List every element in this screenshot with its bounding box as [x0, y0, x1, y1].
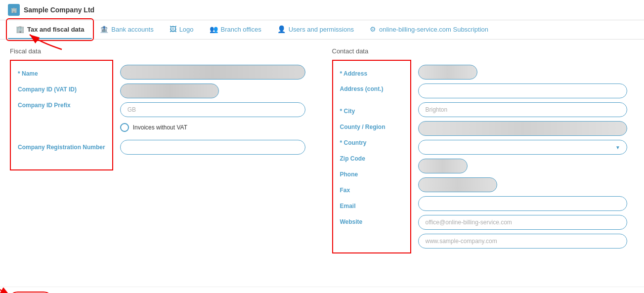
label-company-reg: Company Registration Number	[18, 138, 105, 165]
tab-tax-label: Tax and fiscal data	[27, 26, 84, 33]
label-invoices-vat	[18, 113, 105, 138]
company-name: Sample Company Ltd	[24, 6, 94, 14]
main-content: Fiscal data * Name Company ID (VAT ID) C…	[0, 40, 644, 287]
tab-users[interactable]: 👤 Users and permissions	[269, 20, 362, 39]
company-reg-input[interactable]	[120, 140, 305, 155]
invoices-vat-row: Invoices without VAT	[120, 121, 305, 134]
label-city: * City	[340, 103, 403, 119]
label-company-id: Company ID (VAT ID)	[18, 82, 105, 97]
fax-input[interactable]	[418, 196, 628, 211]
contact-form-grid: * Address Address (cont.) * City County …	[332, 60, 635, 253]
fiscal-inputs-column: Invoices without VAT	[113, 60, 312, 170]
tab-logo[interactable]: 🖼 Logo	[162, 20, 202, 39]
company-icon: 🏢	[8, 4, 20, 16]
contact-section-title: Contact data	[332, 47, 635, 55]
label-address-cont: Address (cont.)	[340, 82, 403, 103]
tab-tax[interactable]: 🏢 Tax and fiscal data	[8, 20, 92, 39]
label-address: * Address	[340, 66, 403, 82]
bank-icon: 🏦	[100, 25, 108, 33]
tabs-bar: 🏢 Tax and fiscal data 🏦 Bank accounts 🖼 …	[0, 20, 644, 40]
name-input[interactable]	[120, 65, 305, 80]
subscription-icon: ⚙	[370, 25, 376, 33]
footer: ✓ Save Send a message	[0, 287, 644, 293]
county-input[interactable]	[418, 121, 628, 136]
address-cont-input[interactable]	[418, 84, 628, 98]
company-prefix-input[interactable]	[120, 102, 305, 117]
zip-input[interactable]	[418, 159, 468, 173]
label-county: County / Region	[340, 119, 403, 135]
label-zip: Zip Code	[340, 151, 403, 167]
tab-bank[interactable]: 🏦 Bank accounts	[92, 20, 161, 39]
label-fax: Fax	[340, 182, 403, 198]
invoices-vat-checkbox[interactable]	[120, 123, 129, 132]
users-icon: 👤	[277, 25, 286, 33]
invoices-vat-label: Invoices without VAT	[133, 124, 187, 131]
tab-subscription-label: online-billing-service.com Subscription	[379, 26, 488, 33]
country-select[interactable]	[418, 140, 628, 155]
fiscal-panel: Fiscal data * Name Company ID (VAT ID) C…	[10, 47, 312, 279]
label-name: * Name	[18, 66, 105, 82]
tab-branch-label: Branch offices	[221, 26, 261, 33]
company-id-input[interactable]	[120, 84, 219, 98]
city-input[interactable]	[418, 102, 628, 117]
company-logo-header: 🏢 Sample Company Ltd	[8, 4, 94, 16]
contact-inputs-column: office@online-billing-service.com www.sa…	[411, 60, 635, 253]
label-phone: Phone	[340, 167, 403, 182]
email-input[interactable]: office@online-billing-service.com	[418, 215, 628, 230]
country-select-wrapper	[418, 140, 628, 155]
contact-panel: Contact data * Address Address (cont.) *…	[332, 47, 635, 279]
tab-branch[interactable]: 👥 Branch offices	[202, 20, 269, 39]
tab-subscription[interactable]: ⚙ online-billing-service.com Subscriptio…	[362, 20, 496, 39]
tab-bank-label: Bank accounts	[111, 26, 153, 33]
label-country: * Country	[340, 135, 403, 151]
address-input[interactable]	[418, 65, 477, 80]
logo-icon: 🖼	[170, 25, 176, 33]
fiscal-section-title: Fiscal data	[10, 47, 312, 55]
label-company-prefix: Company ID Prefix	[18, 97, 105, 113]
label-website: Website	[340, 214, 403, 230]
contact-labels-column: * Address Address (cont.) * City County …	[332, 60, 411, 253]
label-email: Email	[340, 198, 403, 214]
fiscal-labels-column: * Name Company ID (VAT ID) Company ID Pr…	[10, 60, 113, 170]
tab-users-label: Users and permissions	[289, 26, 354, 33]
tax-icon: 🏢	[16, 25, 24, 33]
website-input[interactable]: www.sample-company.com	[418, 234, 628, 249]
tab-logo-label: Logo	[179, 26, 194, 33]
phone-input[interactable]	[418, 177, 497, 192]
fiscal-form-grid: * Name Company ID (VAT ID) Company ID Pr…	[10, 60, 312, 170]
branch-icon: 👥	[210, 25, 218, 33]
